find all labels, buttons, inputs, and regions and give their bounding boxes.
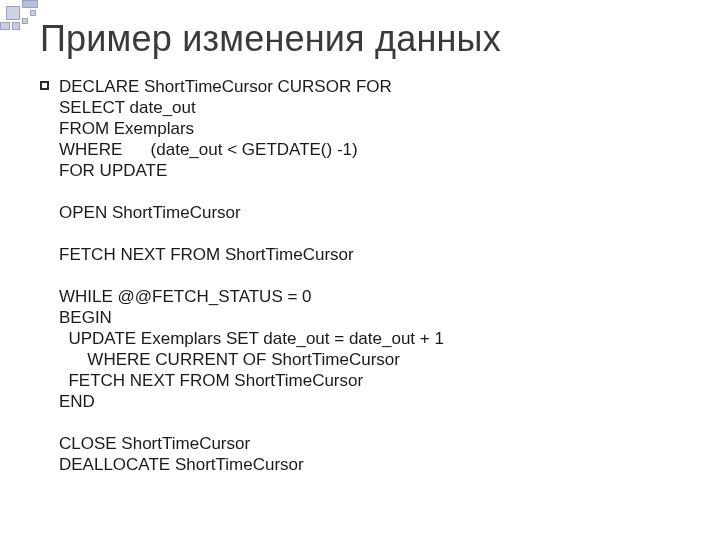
slide-title: Пример изменения данных xyxy=(40,18,501,60)
deco-square xyxy=(22,18,28,24)
code-text: WHILE @@FETCH_STATUS = 0 xyxy=(59,286,312,307)
deco-square xyxy=(12,22,20,30)
deco-square xyxy=(0,22,10,30)
code-line xyxy=(40,223,680,244)
bullet-spacer xyxy=(40,417,49,426)
bullet-spacer xyxy=(40,249,49,258)
code-line: FETCH NEXT FROM ShortTimeCursor xyxy=(40,244,680,265)
bullet-spacer xyxy=(40,165,49,174)
code-text: FETCH NEXT FROM ShortTimeCursor xyxy=(59,244,354,265)
code-text: DECLARE ShortTimeCursor CURSOR FOR xyxy=(59,76,392,97)
corner-decoration xyxy=(0,0,40,40)
code-text: FOR UPDATE xyxy=(59,160,167,181)
code-line: WHERE CURRENT OF ShortTimeCursor xyxy=(40,349,680,370)
bullet-spacer xyxy=(40,144,49,153)
code-line: FOR UPDATE xyxy=(40,160,680,181)
code-line xyxy=(40,412,680,433)
code-text: DEALLOCATE ShortTimeCursor xyxy=(59,454,304,475)
slide-body: DECLARE ShortTimeCursor CURSOR FORSELECT… xyxy=(40,76,680,475)
code-text: WHERE CURRENT OF ShortTimeCursor xyxy=(59,349,400,370)
code-text: SELECT date_out xyxy=(59,97,196,118)
slide: Пример изменения данных DECLARE ShortTim… xyxy=(0,0,720,540)
bullet-spacer xyxy=(40,123,49,132)
code-line: WHILE @@FETCH_STATUS = 0 xyxy=(40,286,680,307)
bullet-spacer xyxy=(40,375,49,384)
code-line xyxy=(40,181,680,202)
code-text: BEGIN xyxy=(59,307,112,328)
bullet-spacer xyxy=(40,102,49,111)
code-line: UPDATE Exemplars SET date_out = date_out… xyxy=(40,328,680,349)
bullet-spacer xyxy=(40,207,49,216)
code-text: END xyxy=(59,391,95,412)
code-text: FETCH NEXT FROM ShortTimeCursor xyxy=(59,370,363,391)
code-line: END xyxy=(40,391,680,412)
code-line: SELECT date_out xyxy=(40,97,680,118)
code-text: FROM Exemplars xyxy=(59,118,194,139)
code-line: BEGIN xyxy=(40,307,680,328)
bullet-spacer xyxy=(40,333,49,342)
bullet-spacer xyxy=(40,186,49,195)
code-text: UPDATE Exemplars SET date_out = date_out… xyxy=(59,328,444,349)
bullet-spacer xyxy=(40,291,49,300)
code-line: FROM Exemplars xyxy=(40,118,680,139)
deco-square xyxy=(30,10,36,16)
code-text: OPEN ShortTimeCursor xyxy=(59,202,241,223)
bullet-spacer xyxy=(40,438,49,447)
code-line: DECLARE ShortTimeCursor CURSOR FOR xyxy=(40,76,680,97)
bullet-spacer xyxy=(40,312,49,321)
code-line: OPEN ShortTimeCursor xyxy=(40,202,680,223)
bullet-spacer xyxy=(40,228,49,237)
bullet-spacer xyxy=(40,270,49,279)
deco-square xyxy=(22,0,38,8)
code-text: CLOSE ShortTimeCursor xyxy=(59,433,250,454)
code-text: WHERE (date_out < GETDATE() -1) xyxy=(59,139,358,160)
code-line: CLOSE ShortTimeCursor xyxy=(40,433,680,454)
code-line xyxy=(40,265,680,286)
code-line: DEALLOCATE ShortTimeCursor xyxy=(40,454,680,475)
code-line: WHERE (date_out < GETDATE() -1) xyxy=(40,139,680,160)
bullet-spacer xyxy=(40,354,49,363)
deco-square xyxy=(6,6,20,20)
bullet-icon xyxy=(40,81,49,90)
bullet-spacer xyxy=(40,459,49,468)
bullet-spacer xyxy=(40,396,49,405)
code-line: FETCH NEXT FROM ShortTimeCursor xyxy=(40,370,680,391)
